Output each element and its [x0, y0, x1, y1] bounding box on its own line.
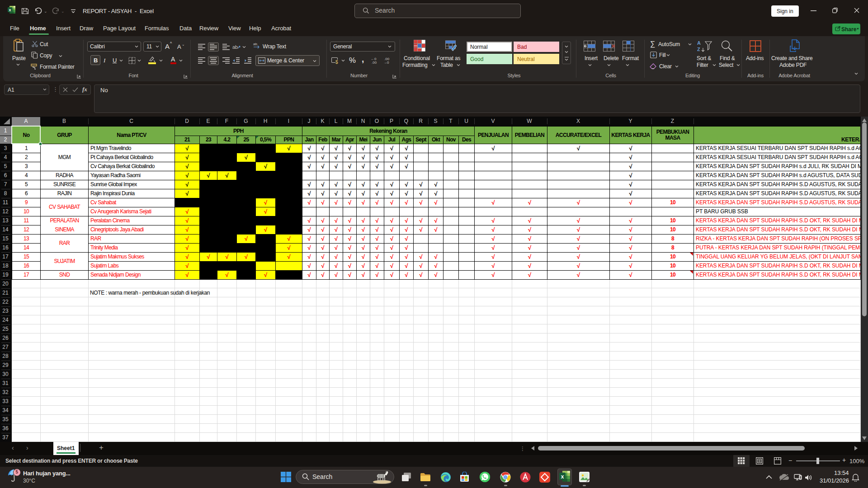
svg-text:A: A: [697, 40, 701, 46]
svg-text:ab: ab: [232, 44, 238, 50]
svg-text:$: $: [335, 60, 338, 65]
svg-text:Z: Z: [697, 47, 700, 52]
svg-text:x: x: [9, 8, 11, 12]
svg-text:→0: →0: [383, 61, 389, 64]
svg-text:ab: ab: [253, 42, 257, 46]
svg-text:.00: .00: [372, 61, 377, 64]
svg-text:x: x: [561, 474, 564, 480]
